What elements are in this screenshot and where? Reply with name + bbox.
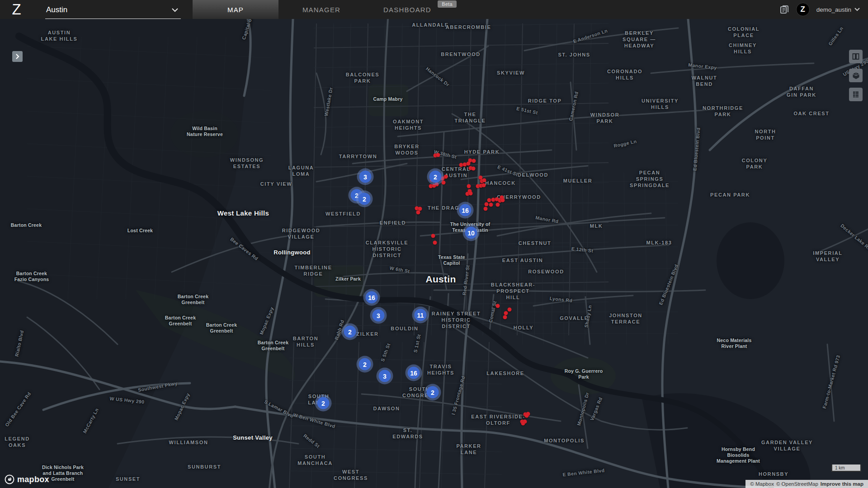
map-basemap xyxy=(0,19,868,488)
mapbox-icon xyxy=(5,474,14,484)
report-point-marker[interactable] xyxy=(433,241,437,245)
reports-icon[interactable] xyxy=(779,5,789,14)
report-point-marker[interactable] xyxy=(482,183,486,188)
cluster-marker[interactable]: 2 xyxy=(359,193,371,205)
report-point-marker[interactable] xyxy=(504,311,508,315)
report-point-marker[interactable] xyxy=(436,153,440,157)
map-canvas[interactable]: AUSTIN LAKE HILLSALLANDALEABERCROMBIEBRE… xyxy=(0,19,868,488)
avatar[interactable]: Z xyxy=(796,3,810,16)
cluster-marker[interactable]: 2 xyxy=(429,171,442,183)
improve-map-link[interactable]: Improve this map xyxy=(821,481,863,487)
cluster-marker[interactable]: 3 xyxy=(359,171,372,183)
cluster-marker[interactable]: 2 xyxy=(427,386,439,399)
cluster-marker[interactable]: 11 xyxy=(415,309,427,321)
cluster-marker[interactable]: 16 xyxy=(408,367,420,379)
table-view-button[interactable] xyxy=(849,88,863,101)
report-point-marker[interactable] xyxy=(442,181,446,185)
map-attribution: © Mapbox © OpenStreetMap Improve this ma… xyxy=(745,480,868,488)
report-point-marker[interactable] xyxy=(501,198,505,202)
report-point-marker[interactable] xyxy=(472,167,476,171)
chevron-down-icon xyxy=(854,8,860,11)
report-point-marker[interactable] xyxy=(485,202,489,206)
report-point-marker[interactable] xyxy=(416,211,420,215)
report-point-marker[interactable] xyxy=(482,178,486,183)
cluster-marker[interactable]: 2 xyxy=(344,326,356,338)
mapbox-wordmark: mapbox xyxy=(17,475,49,484)
map-controls xyxy=(849,50,863,101)
report-point-marker[interactable] xyxy=(521,422,525,426)
cluster-marker[interactable]: 3 xyxy=(379,370,391,382)
app-root: Z Austin MAP MANAGER DASHBOARD Beta Z xyxy=(0,0,868,488)
report-point-marker[interactable] xyxy=(469,192,473,196)
report-point-marker[interactable] xyxy=(484,207,488,211)
sidebar-toggle-button[interactable] xyxy=(12,51,23,62)
username: demo_austin xyxy=(816,6,851,13)
split-view-button[interactable] xyxy=(849,50,863,63)
tab-manager[interactable]: MANAGER xyxy=(278,0,364,19)
city-selector[interactable]: Austin xyxy=(45,2,181,19)
report-point-marker[interactable] xyxy=(489,203,493,207)
report-point-marker[interactable] xyxy=(503,315,507,319)
report-point-marker[interactable] xyxy=(487,198,491,202)
report-point-marker[interactable] xyxy=(525,414,529,418)
report-point-marker[interactable] xyxy=(472,159,476,163)
report-point-marker[interactable] xyxy=(496,304,500,308)
table-icon xyxy=(852,91,859,98)
cluster-marker[interactable]: 10 xyxy=(465,227,477,239)
report-point-marker[interactable] xyxy=(496,203,500,207)
city-selector-value: Austin xyxy=(46,5,67,14)
user-menu[interactable]: demo_austin xyxy=(816,6,860,13)
mapbox-logo[interactable]: mapbox xyxy=(5,474,49,484)
chevron-down-icon xyxy=(172,8,178,12)
nav-right: Z demo_austin xyxy=(779,0,868,19)
report-point-marker[interactable] xyxy=(432,184,436,188)
beta-badge: Beta xyxy=(438,0,457,8)
3d-view-button[interactable] xyxy=(849,69,863,82)
tab-map[interactable]: MAP xyxy=(193,0,278,19)
chevron-right-icon xyxy=(15,54,19,59)
cluster-marker[interactable]: 2 xyxy=(317,397,330,409)
report-point-marker[interactable] xyxy=(467,162,471,166)
cluster-marker[interactable]: 16 xyxy=(459,204,472,216)
attribution-osm-link[interactable]: © OpenStreetMap xyxy=(776,481,818,487)
tab-dashboard[interactable]: DASHBOARD Beta xyxy=(364,0,450,19)
report-point-marker[interactable] xyxy=(508,308,512,312)
split-view-icon xyxy=(852,53,859,60)
report-point-marker[interactable] xyxy=(431,234,435,238)
report-point-marker[interactable] xyxy=(467,184,471,188)
main-tabs: MAP MANAGER DASHBOARD Beta xyxy=(193,0,450,19)
cluster-marker[interactable]: 2 xyxy=(359,358,371,371)
cluster-marker[interactable]: 3 xyxy=(373,310,385,322)
top-nav: Z Austin MAP MANAGER DASHBOARD Beta Z xyxy=(0,0,868,19)
app-logo: Z xyxy=(0,0,33,19)
attribution-mapbox-link[interactable]: © Mapbox xyxy=(750,481,774,487)
cluster-marker[interactable]: 16 xyxy=(366,291,378,304)
cube-icon xyxy=(852,72,860,80)
map-scale: 1 km xyxy=(831,465,861,472)
